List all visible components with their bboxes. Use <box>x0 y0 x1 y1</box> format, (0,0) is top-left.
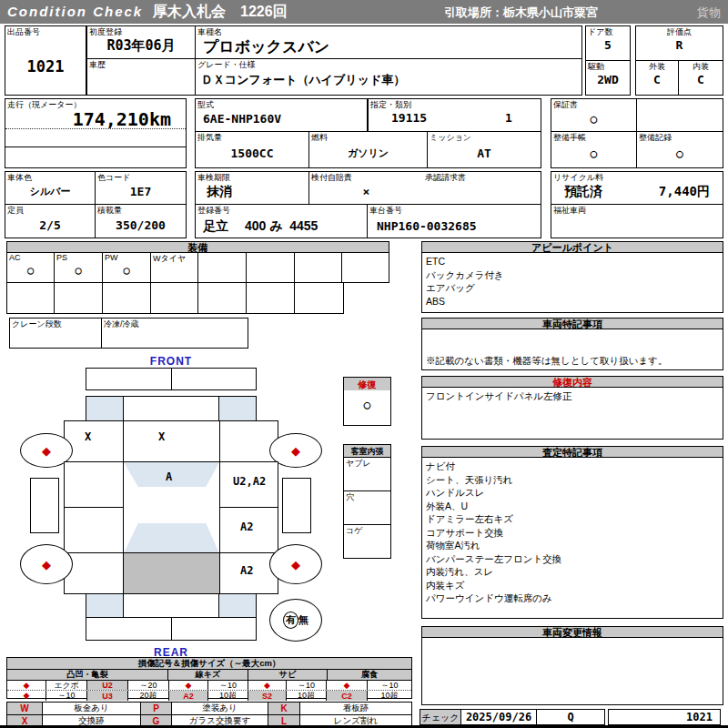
appeal-item: ABS <box>426 295 719 308</box>
wheel-rear-right: ◆ <box>269 544 322 584</box>
vehicle-notes-text: ※記載のない書類・機器等は無しとして取り扱います。 <box>426 355 667 368</box>
assessment-item: シート、天張り汚れ <box>426 473 719 487</box>
panel-cowl <box>123 396 220 421</box>
assessment-item: パワーウインドウ運転席のみ <box>426 592 719 605</box>
body-color-label: 車体色 <box>7 172 32 184</box>
exterior-box: 外装 C <box>635 60 679 96</box>
maintenance-record-box: 整備記録 ○ <box>636 131 723 168</box>
header-bar: Condition Check 厚木入札会 1226回 引取場所：栃木県小山市粟… <box>0 0 728 24</box>
recycle-fee: 7,440円 <box>659 184 710 200</box>
legend-scratch-code2: A2 <box>168 691 207 701</box>
cargo-type-label: 貨物 <box>697 5 721 21</box>
legend-corr-size2: 10超 <box>367 691 411 701</box>
legend-corr-sym1: ◆ <box>326 681 367 690</box>
panel-fender-left: X <box>64 420 124 462</box>
legend-group-scratch: 線キズ <box>168 670 248 680</box>
doors-value: 5 <box>586 38 630 52</box>
legend-dent-size2: 20超 <box>127 691 168 701</box>
legend-dent-txt1: エクボ <box>46 681 86 690</box>
repair-indicator-body: ○ <box>343 390 391 426</box>
equipment-label-pw: PW <box>105 253 118 262</box>
equipment-cell-empty <box>197 282 247 314</box>
insurance-value: × <box>309 185 423 198</box>
color-code-label: 色コード <box>97 172 130 184</box>
grade-value: ＤＸコンフォート（ハイブリッド車） <box>201 72 405 88</box>
panel-door-right-front: U2,A2 <box>219 461 278 508</box>
mileage-value: 174,210km <box>73 108 171 130</box>
legend-dent-code1: U2 <box>86 681 127 690</box>
model-code-label: 型式 <box>197 99 214 111</box>
legend-group-dent: 凸凹・亀裂 <box>7 670 168 680</box>
equipment-cell-ps: PS ○ <box>54 252 103 283</box>
equipment-cell-empty <box>150 282 198 314</box>
door-right-front-mark: U2,A2 <box>233 475 266 488</box>
wheel-rear-right-mark: ◆ <box>291 559 300 571</box>
score-label: 評価点 <box>636 26 723 38</box>
mileage-label: 走行（現メーター） <box>7 99 81 111</box>
mission-box: ミッション AT <box>427 131 541 168</box>
wheel-front-left-mark: ◆ <box>42 445 51 457</box>
drive-value: 2WD <box>586 73 630 86</box>
panel-rear-window <box>124 523 219 553</box>
legend-corr-code2: C2 <box>326 691 367 701</box>
assessment-item: バンパーステー左フロント交換 <box>426 552 719 566</box>
door-right-rear-mark: A2 <box>240 521 253 533</box>
spare-tire-indicator: 有無 <box>269 599 322 642</box>
panel-cabin: A <box>123 461 220 553</box>
footer-lot-number-cell: 1021 <box>608 709 721 725</box>
wheel-front-right-mark: ◆ <box>291 445 300 457</box>
assessment-item: 荷物室A汚れ <box>426 539 719 552</box>
assessment-item: ハンドルスレ <box>426 486 719 500</box>
code-p-desc: 塗装あり <box>171 703 268 714</box>
equipment-cell-empty <box>294 252 342 283</box>
appeal-item: エアバッグ <box>426 281 719 295</box>
capacity-value: 2/5 <box>5 218 95 232</box>
legend-scratch-size1: ～10 <box>207 681 248 690</box>
capacity-box: 定員 2/5 <box>5 204 96 238</box>
cabin-lining-header: 客室内張 <box>343 444 391 458</box>
legend-dent-size1: ～20 <box>127 681 168 690</box>
grade-label: グレード・仕様 <box>197 59 256 71</box>
legend-scratch-sym1: ◆ <box>168 681 207 690</box>
maintenance-record-value: ○ <box>637 147 723 160</box>
equipment-cell-empty <box>246 252 295 283</box>
assessment-item: ナビ付 <box>426 460 719 473</box>
assessment-item: ドアミラー左右キズ <box>426 512 719 526</box>
code-w: W <box>7 703 42 714</box>
legend-group-corrosion: 腐食 <box>328 670 411 680</box>
spare-yes: 有 <box>283 612 298 629</box>
equipment-label-wtire: Wタイヤ <box>153 253 186 265</box>
chassis-number-value: NHP160-0032685 <box>377 219 477 233</box>
registration-number-label: 登録番号 <box>197 205 230 217</box>
spare-no: 無 <box>298 613 308 627</box>
first-registration-value: R03年06月 <box>87 37 195 55</box>
displacement-label: 排気量 <box>197 132 222 144</box>
repair-contents-item: フロントインサイドパネル左修正 <box>426 389 719 403</box>
windshield-mark: A <box>166 470 172 483</box>
registration-number-box: 登録番号 足立 400 み 4455 <box>195 204 368 238</box>
load-value: 350/200 <box>96 218 186 232</box>
equipment-value-ps: ○ <box>55 264 102 277</box>
vehicle-notes-box: ※記載のない書類・機器等は無しとして取り扱います。 <box>421 329 723 370</box>
equipment-cell-empty <box>6 282 55 314</box>
recycle-box: リサイクル料 預託済 7,440円 <box>551 171 723 205</box>
check-date-cell: 2025/09/26 <box>460 709 537 725</box>
capacity-label: 定員 <box>7 205 24 217</box>
interior-value: C <box>679 73 723 86</box>
load-label: 積載量 <box>97 205 122 217</box>
maintenance-book-label: 整備手帳 <box>553 132 586 144</box>
assessment-item: 外装A、U <box>426 500 719 513</box>
panel-hood: X <box>123 420 220 462</box>
panel-front-corner-right <box>218 396 257 421</box>
load-box: 積載量 350/200 <box>95 204 187 238</box>
code-p: P <box>140 703 171 714</box>
equipment-cell-empty <box>341 252 389 283</box>
grade-box: グレード・仕様 ＤＸコンフォート（ハイブリッド車） <box>195 58 582 96</box>
doors-box: ドア数 5 <box>585 25 631 61</box>
lot-number-value: 1021 <box>5 57 86 76</box>
legend-rust-code2: S2 <box>248 691 286 701</box>
mileage-divider-dotted <box>5 128 186 129</box>
fuel-value: ガソリン <box>309 147 427 160</box>
exterior-value: C <box>636 73 678 86</box>
inspection-label: 車検期限 <box>197 172 230 184</box>
